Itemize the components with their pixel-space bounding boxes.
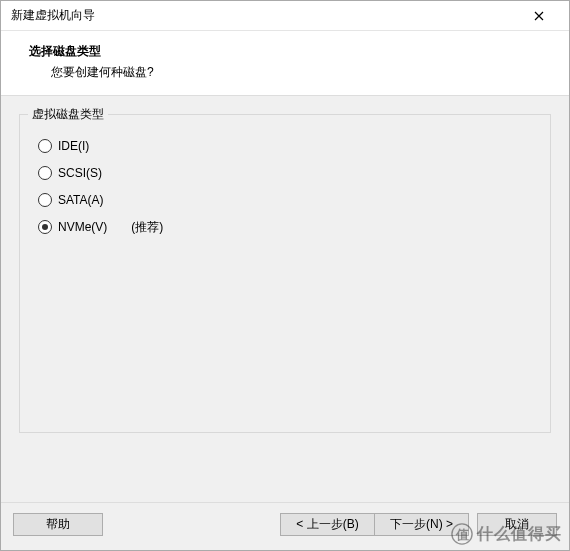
radio-icon <box>38 139 52 153</box>
radio-option-sata[interactable]: SATA(A) <box>38 190 536 210</box>
radio-option-nvme[interactable]: NVMe(V) (推荐) <box>38 217 536 237</box>
radio-label: IDE(I) <box>58 139 89 153</box>
content-area: 虚拟磁盘类型 IDE(I) SCSI(S) SATA(A) NVMe(V) (推… <box>1 96 569 502</box>
fieldset-legend: 虚拟磁盘类型 <box>28 106 108 123</box>
radio-label: SATA(A) <box>58 193 104 207</box>
radio-option-scsi[interactable]: SCSI(S) <box>38 163 536 183</box>
window-title: 新建虚拟机向导 <box>11 7 519 24</box>
close-button[interactable] <box>519 2 559 30</box>
header-subtitle: 您要创建何种磁盘? <box>51 64 549 81</box>
close-icon <box>534 11 544 21</box>
wizard-header: 选择磁盘类型 您要创建何种磁盘? <box>1 31 569 96</box>
radio-icon <box>38 193 52 207</box>
spacer <box>34 244 536 414</box>
radio-option-ide[interactable]: IDE(I) <box>38 136 536 156</box>
next-button[interactable]: 下一步(N) > <box>374 513 469 536</box>
titlebar: 新建虚拟机向导 <box>1 1 569 31</box>
header-title: 选择磁盘类型 <box>29 43 549 60</box>
cancel-button[interactable]: 取消 <box>477 513 557 536</box>
disk-type-fieldset: 虚拟磁盘类型 IDE(I) SCSI(S) SATA(A) NVMe(V) (推… <box>19 114 551 433</box>
back-button[interactable]: < 上一步(B) <box>280 513 375 536</box>
help-button[interactable]: 帮助 <box>13 513 103 536</box>
radio-label: SCSI(S) <box>58 166 102 180</box>
wizard-window: 新建虚拟机向导 选择磁盘类型 您要创建何种磁盘? 虚拟磁盘类型 IDE(I) S… <box>0 0 570 551</box>
radio-label: NVMe(V) <box>58 220 107 234</box>
button-bar: 帮助 < 上一步(B) 下一步(N) > 取消 <box>1 502 569 550</box>
radio-hint: (推荐) <box>131 219 163 236</box>
radio-icon <box>38 166 52 180</box>
radio-icon <box>38 220 52 234</box>
